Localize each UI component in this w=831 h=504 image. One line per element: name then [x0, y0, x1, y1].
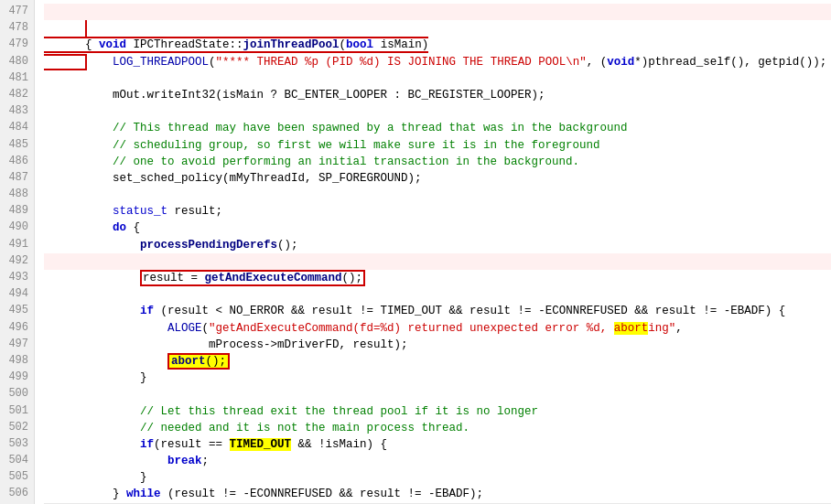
- code-line-481: mOut.writeInt32(isMain ? BC_ENTER_LOOPER…: [44, 70, 831, 87]
- code-container: 477 478 479 480 481 482 483 484 485 486 …: [0, 0, 831, 504]
- code-line-487: [44, 170, 831, 187]
- code-line-505: } while (result != -ECONNREFUSED && resu…: [44, 469, 831, 486]
- code-line-482: [44, 87, 831, 103]
- code-line-496: mProcess->mDriverFD, result);: [44, 320, 831, 337]
- code-line-495: ALOGE("getAndExecuteCommand(fd=%d) retur…: [44, 303, 831, 319]
- code-line-485: // one to avoid performing an initial tr…: [44, 137, 831, 154]
- code-line-503: break;: [44, 436, 831, 453]
- code-line-491: // now get the next command to be proces…: [44, 237, 831, 253]
- code-line-489: do {: [44, 203, 831, 220]
- code-line-477: void IPCThreadState::joinThreadPool(bool…: [44, 4, 831, 20]
- code-line-499: [44, 370, 831, 386]
- code-line-480: [44, 54, 831, 70]
- code-line-501: // needed and it is not the main process…: [44, 403, 831, 420]
- code-line-492: result = getAndExecuteCommand();: [44, 253, 831, 270]
- code-area: void IPCThreadState::joinThreadPool(bool…: [35, 0, 831, 504]
- line-numbers: 477 478 479 480 481 482 483 484 485 486 …: [0, 0, 35, 504]
- code-line-498: }: [44, 353, 831, 370]
- code-line-506: [44, 486, 831, 502]
- code-line-493: [44, 270, 831, 286]
- code-line-486: set_sched_policy(mMyThreadId, SP_FOREGRO…: [44, 154, 831, 170]
- code-line-483: // This thread may have been spawned by …: [44, 103, 831, 120]
- code-line-488: status_t result;: [44, 187, 831, 203]
- code-line-502: if(result == TIMED_OUT && !isMain) {: [44, 420, 831, 436]
- code-line-500: // Let this thread exit the thread pool …: [44, 386, 831, 402]
- code-line-494: if (result < NO_ERROR && result != TIMED…: [44, 286, 831, 303]
- code-line-478: {: [44, 20, 831, 37]
- code-line-497: abort();: [44, 337, 831, 353]
- code-line-484: // scheduling group, so first we will ma…: [44, 120, 831, 136]
- code-line-490: processPendingDerefs();: [44, 220, 831, 236]
- code-line-504: }: [44, 453, 831, 469]
- code-line-479: LOG_THREADPOOL("**** THREAD %p (PID %d) …: [44, 37, 831, 53]
